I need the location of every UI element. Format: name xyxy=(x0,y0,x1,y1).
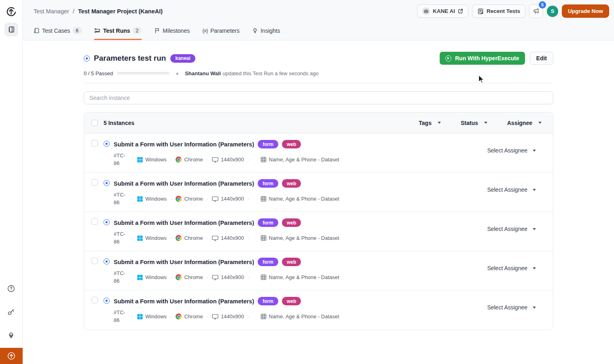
resolution-label: 1440x900 xyxy=(221,157,244,163)
tag-badge-web: web xyxy=(282,258,301,266)
breadcrumb-root[interactable]: Test Manager xyxy=(34,8,69,15)
test-case-title[interactable]: Submit a Form with User Information (Par… xyxy=(114,180,254,187)
table-row: Submit a Form with User Information (Par… xyxy=(84,173,553,212)
row-checkbox[interactable] xyxy=(91,218,98,225)
meta-separator-dot: · xyxy=(132,157,133,163)
run-button-label: Run With HyperExecute xyxy=(455,55,519,61)
chrome-icon xyxy=(176,157,182,163)
meta-separator-dot: · xyxy=(207,313,208,320)
monitor-icon xyxy=(212,196,218,202)
announcements-button[interactable]: 5 xyxy=(529,4,543,18)
table-header: 5 Instances Tags Status Assignee xyxy=(84,112,553,133)
sidebar-toggle-button[interactable] xyxy=(4,23,18,36)
resolution-item: 1440x900 xyxy=(212,274,244,280)
resolution-item: 1440x900 xyxy=(212,313,244,320)
upgrade-now-button[interactable]: Upgrade Now xyxy=(562,4,609,18)
tab-test-cases[interactable]: Test Cases 6 xyxy=(34,22,82,40)
tab-parameters[interactable]: {x} Parameters xyxy=(202,22,239,40)
notification-count-badge: 5 xyxy=(539,1,546,8)
row-checkbox[interactable] xyxy=(91,297,98,303)
top-header: Test Manager / Test Manager Project (Kan… xyxy=(23,0,614,22)
select-assignee-dropdown[interactable]: Select Assignee xyxy=(487,226,536,232)
test-case-title[interactable]: Submit a Form with User Information (Par… xyxy=(114,141,254,148)
select-assignee-dropdown[interactable]: Select Assignee xyxy=(487,265,536,271)
kane-ai-button[interactable]: KANE AI xyxy=(417,4,468,18)
assignee-label: Select Assignee xyxy=(487,304,527,311)
windows-icon xyxy=(137,275,143,280)
windows-icon xyxy=(137,196,143,202)
play-circle-icon xyxy=(445,55,451,61)
test-status-icon xyxy=(104,141,110,147)
lambdatest-logo-icon[interactable] xyxy=(5,5,17,17)
tab-milestones[interactable]: Milestones xyxy=(154,22,190,40)
dataset-item: Name, Age & Phone - Dataset xyxy=(260,196,339,202)
row-checkbox[interactable] xyxy=(91,140,98,146)
test-status-icon xyxy=(104,180,110,186)
tag-badge-form: form xyxy=(258,140,278,148)
meta-separator-dot: · xyxy=(170,157,172,163)
tag-badge-form: form xyxy=(258,297,278,305)
search-input[interactable] xyxy=(84,91,553,104)
test-case-title[interactable]: Submit a Form with User Information (Par… xyxy=(114,259,254,265)
milestones-icon xyxy=(154,28,160,34)
windows-icon xyxy=(137,314,143,320)
external-link-icon xyxy=(458,8,463,14)
meta-separator-dot: · xyxy=(132,235,133,241)
test-case-id: #TC-86 xyxy=(114,309,128,324)
help-button[interactable]: ? xyxy=(4,281,18,295)
dataset-item: Name, Age & Phone - Dataset xyxy=(260,235,339,241)
meta-separator-dot: · xyxy=(248,313,249,320)
dataset-label: Name, Age & Phone - Dataset xyxy=(269,235,339,241)
megaphone-icon xyxy=(533,8,540,15)
column-status[interactable]: Status xyxy=(461,120,487,126)
recent-tests-button[interactable]: Recent Tests xyxy=(472,4,525,18)
column-tags[interactable]: Tags xyxy=(419,120,441,126)
tab-count-badge: 6 xyxy=(72,27,82,34)
run-with-hyperexecute-button[interactable]: Run With HyperExecute xyxy=(440,52,525,65)
table-row: Submit a Form with User Information (Par… xyxy=(84,290,553,330)
breadcrumb-current: Test Manager Project (KaneAI) xyxy=(78,8,163,15)
test-case-title[interactable]: Submit a Form with User Information (Par… xyxy=(114,220,254,226)
resolution-item: 1440x900 xyxy=(212,157,244,163)
resolution-label: 1440x900 xyxy=(221,313,244,320)
bot-icon xyxy=(422,7,430,15)
sidebar-upgrade-button[interactable] xyxy=(0,348,23,364)
select-assignee-dropdown[interactable]: Select Assignee xyxy=(487,186,536,193)
meta-separator-dot: · xyxy=(207,196,208,202)
row-checkbox[interactable] xyxy=(91,179,98,186)
select-assignee-dropdown[interactable]: Select Assignee xyxy=(487,147,536,154)
svg-text:?: ? xyxy=(10,286,12,291)
select-assignee-dropdown[interactable]: Select Assignee xyxy=(487,304,536,311)
integrations-button[interactable] xyxy=(4,328,18,342)
resolution-label: 1440x900 xyxy=(221,274,244,280)
tab-label: Test Runs xyxy=(103,28,130,34)
meta-separator-dot: · xyxy=(170,196,172,202)
edit-button[interactable]: Edit xyxy=(530,52,553,65)
dataset-grid-icon xyxy=(260,313,267,320)
meta-separator-dot: · xyxy=(132,313,133,320)
test-cases-icon xyxy=(34,28,40,34)
resolution-label: 1440x900 xyxy=(221,235,244,241)
page-title: Parameters test run xyxy=(94,54,166,63)
chevron-down-icon xyxy=(533,189,536,191)
dataset-grid-icon xyxy=(260,196,267,202)
user-avatar[interactable]: S xyxy=(547,6,558,17)
monitor-icon xyxy=(212,235,218,241)
row-checkbox[interactable] xyxy=(91,258,98,264)
column-assignee[interactable]: Assignee xyxy=(507,120,542,126)
select-all-checkbox[interactable] xyxy=(91,120,98,126)
updated-by-user: Shantanu Wali xyxy=(185,70,221,76)
tab-insights[interactable]: Insights xyxy=(252,22,280,40)
tab-test-runs[interactable]: Test Runs 2 xyxy=(94,22,142,40)
test-case-title[interactable]: Submit a Form with User Information (Par… xyxy=(114,298,254,305)
column-label: Status xyxy=(461,120,478,126)
resolution-label: 1440x900 xyxy=(221,196,244,202)
assignee-label: Select Assignee xyxy=(487,147,527,154)
left-sidebar: ? xyxy=(0,0,23,364)
meta-separator-dot: · xyxy=(248,235,249,241)
updated-text: updated this Test Run a few seconds ago xyxy=(222,70,319,76)
layers-icon xyxy=(7,332,15,339)
project-tabbar: Test Cases 6 Test Runs 2 Milestones xyxy=(23,22,614,40)
dataset-label: Name, Age & Phone - Dataset xyxy=(269,157,339,163)
api-keys-button[interactable] xyxy=(4,305,18,319)
